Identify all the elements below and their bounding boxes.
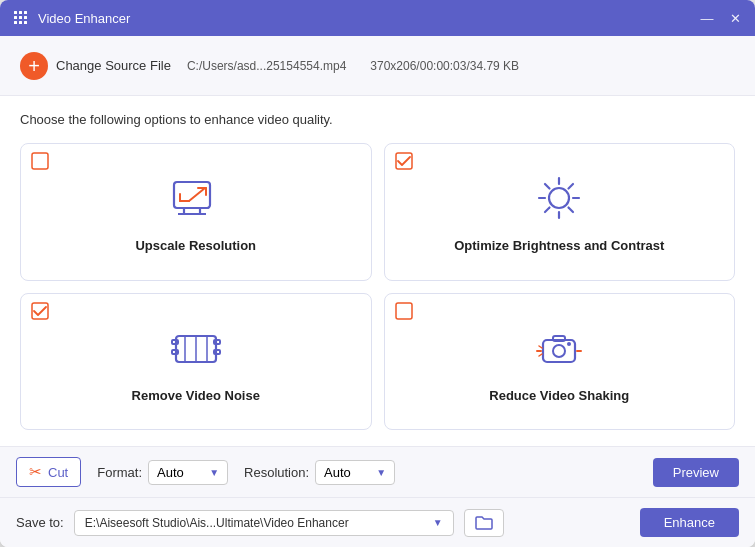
upscale-checkbox[interactable]	[31, 152, 49, 170]
format-dropdown[interactable]: Auto ▼	[148, 460, 228, 485]
svg-point-42	[567, 342, 571, 346]
svg-rect-0	[14, 11, 17, 14]
svg-rect-9	[32, 153, 48, 169]
svg-rect-3	[14, 16, 17, 19]
app-icon	[12, 9, 30, 27]
svg-line-28	[545, 208, 550, 213]
bottom-controls: ✂ Cut Format: Auto ▼ Resolution: Auto ▼ …	[0, 446, 755, 497]
window-controls: — ✕	[699, 10, 743, 26]
noise-checkbox[interactable]	[31, 302, 49, 320]
svg-rect-1	[19, 11, 22, 14]
svg-rect-41	[553, 336, 565, 341]
file-meta: 370x206/00:00:03/34.79 KB	[370, 59, 519, 73]
resolution-value: Auto	[324, 465, 351, 480]
shaking-card[interactable]: Reduce Video Shaking	[384, 293, 736, 431]
enhance-button[interactable]: Enhance	[640, 508, 739, 537]
svg-rect-6	[14, 21, 17, 24]
shaking-label: Reduce Video Shaking	[489, 388, 629, 403]
preview-button[interactable]: Preview	[653, 458, 739, 487]
noise-icon	[170, 322, 222, 378]
plus-icon: +	[20, 52, 48, 80]
resolution-dropdown[interactable]: Auto ▼	[315, 460, 395, 485]
save-path-arrow-icon: ▼	[433, 517, 443, 528]
svg-line-26	[569, 208, 574, 213]
minimize-button[interactable]: —	[699, 10, 715, 26]
svg-point-20	[549, 188, 569, 208]
brightness-checkbox[interactable]	[395, 152, 413, 170]
svg-rect-5	[24, 16, 27, 19]
resolution-group: Resolution: Auto ▼	[244, 460, 395, 485]
scissors-icon: ✂	[29, 463, 42, 481]
folder-icon	[475, 515, 493, 531]
brightness-card[interactable]: Optimize Brightness and Contrast	[384, 143, 736, 281]
svg-line-27	[569, 184, 574, 189]
file-path: C:/Users/asd...25154554.mp4	[187, 59, 346, 73]
resolution-arrow-icon: ▼	[376, 467, 386, 478]
title-bar: Video Enhancer — ✕	[0, 0, 755, 36]
svg-rect-38	[396, 303, 412, 319]
save-path-dropdown[interactable]: E:\Aiseesoft Studio\Ais...Ultimate\Video…	[74, 510, 454, 536]
svg-point-40	[553, 345, 565, 357]
svg-rect-8	[24, 21, 27, 24]
svg-rect-2	[24, 11, 27, 14]
change-source-button[interactable]: + Change Source File	[16, 46, 175, 86]
noise-label: Remove Video Noise	[132, 388, 260, 403]
save-bar: Save to: E:\Aiseesoft Studio\Ais...Ultim…	[0, 497, 755, 547]
cut-label: Cut	[48, 465, 68, 480]
shaking-icon	[533, 322, 585, 378]
svg-line-45	[539, 346, 542, 348]
upscale-icon	[170, 172, 222, 228]
options-grid: Upscale Resolution	[20, 143, 735, 430]
upscale-card[interactable]: Upscale Resolution	[20, 143, 372, 281]
close-button[interactable]: ✕	[727, 10, 743, 26]
change-source-label: Change Source File	[56, 58, 171, 73]
cut-button[interactable]: ✂ Cut	[16, 457, 81, 487]
svg-rect-4	[19, 16, 22, 19]
main-content: Choose the following options to enhance …	[0, 96, 755, 446]
upscale-label: Upscale Resolution	[135, 238, 256, 253]
noise-card[interactable]: Remove Video Noise	[20, 293, 372, 431]
format-label: Format:	[97, 465, 142, 480]
svg-line-46	[539, 354, 542, 356]
resolution-label: Resolution:	[244, 465, 309, 480]
svg-line-25	[545, 184, 550, 189]
app-window: Video Enhancer — ✕ + Change Source File …	[0, 0, 755, 547]
save-path-text: E:\Aiseesoft Studio\Ais...Ultimate\Video…	[85, 516, 349, 530]
instructions-text: Choose the following options to enhance …	[20, 112, 735, 127]
format-value: Auto	[157, 465, 184, 480]
toolbar: + Change Source File C:/Users/asd...2515…	[0, 36, 755, 96]
brightness-label: Optimize Brightness and Contrast	[454, 238, 664, 253]
shaking-checkbox[interactable]	[395, 302, 413, 320]
svg-line-16	[189, 188, 205, 201]
format-arrow-icon: ▼	[209, 467, 219, 478]
save-to-label: Save to:	[16, 515, 64, 530]
folder-button[interactable]	[464, 509, 504, 537]
format-group: Format: Auto ▼	[97, 460, 228, 485]
brightness-icon	[533, 172, 585, 228]
app-title: Video Enhancer	[38, 11, 699, 26]
svg-rect-7	[19, 21, 22, 24]
